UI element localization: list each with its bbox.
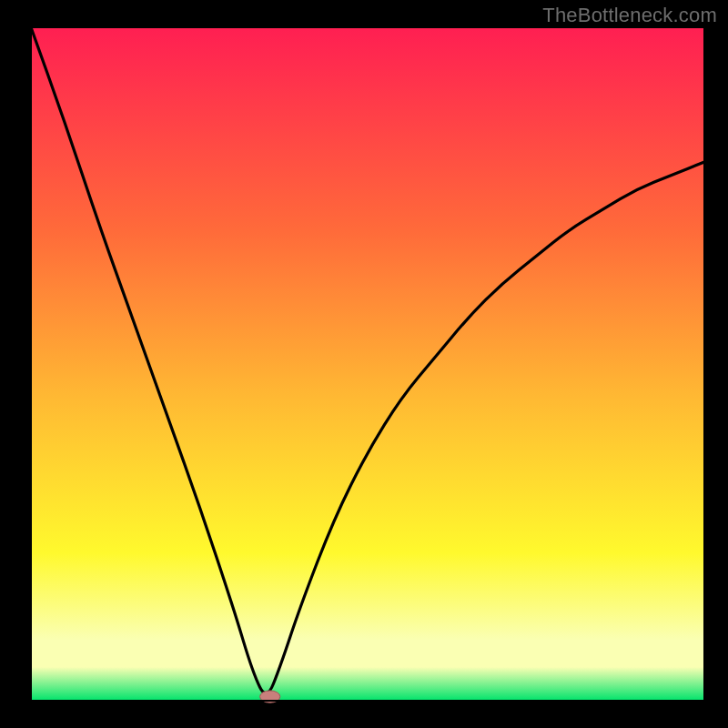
gradient-background <box>31 27 704 701</box>
watermark-text: TheBottleneck.com <box>542 4 717 27</box>
bottleneck-chart <box>0 0 728 728</box>
chart-stage: TheBottleneck.com <box>0 0 728 728</box>
